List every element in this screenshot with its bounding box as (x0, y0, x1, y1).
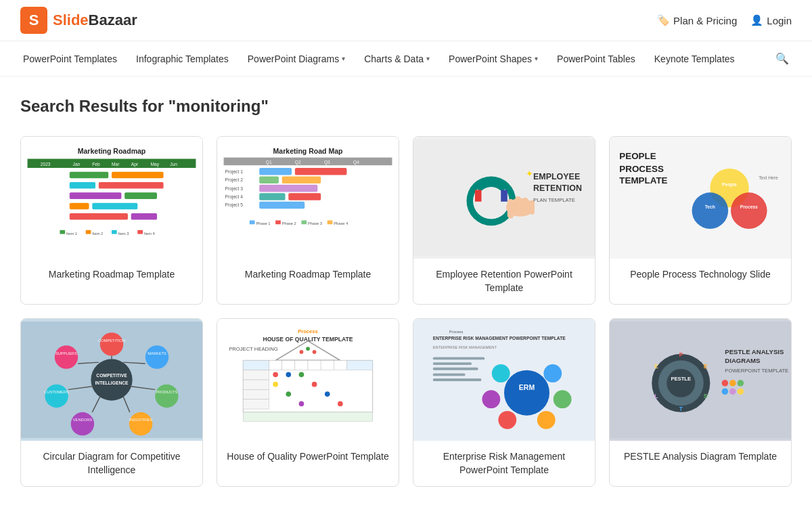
svg-rect-117 (282, 360, 295, 370)
search-icon[interactable]: 🔍 (766, 41, 798, 76)
card-label: Circular Diagram for Competitive Intelli… (21, 441, 202, 486)
svg-point-125 (286, 372, 291, 378)
svg-rect-151 (433, 368, 478, 370)
card-marketing-roadmap-2[interactable]: Marketing Road Map Q1 Q2 Q3 Q4 Project 1… (217, 136, 399, 305)
svg-text:Jan: Jan (73, 162, 81, 167)
svg-text:E: E (654, 363, 658, 370)
svg-point-170 (738, 380, 744, 387)
svg-text:VENDORS: VENDORS (73, 418, 93, 422)
svg-text:Phase 1: Phase 1 (256, 221, 270, 225)
svg-text:ERM: ERM (519, 384, 535, 392)
svg-point-171 (722, 389, 729, 395)
main-nav: PowerPoint Templates Infographic Templat… (0, 41, 812, 77)
svg-text:Jun: Jun (170, 162, 177, 167)
svg-rect-42 (259, 185, 317, 192)
logo[interactable]: S SlideBazaar (20, 7, 137, 34)
svg-rect-63 (515, 196, 521, 215)
card-employee-retention[interactable]: EMPLOYEE RETENTION PLAN TEMPLATE ✦ Emplo… (413, 136, 595, 305)
search-title: Search Results for "monitoring" (20, 97, 792, 116)
login-label: Login (767, 15, 792, 26)
svg-rect-15 (125, 192, 157, 199)
svg-rect-14 (70, 192, 122, 199)
svg-text:People: People (722, 182, 737, 188)
svg-rect-16 (70, 203, 89, 210)
svg-rect-116 (269, 360, 282, 370)
svg-text:PEOPLE: PEOPLE (619, 151, 656, 161)
nav-item-ppt-shapes[interactable]: PowerPoint Shapes ▾ (439, 43, 547, 75)
login-button[interactable]: 👤 Login (750, 14, 792, 26)
svg-point-146 (498, 411, 516, 429)
svg-text:Item 3: Item 3 (118, 232, 129, 236)
svg-rect-49 (275, 221, 281, 225)
logo-text: SlideBazaar (53, 12, 137, 29)
svg-text:Item 1: Item 1 (66, 232, 77, 236)
svg-rect-121 (334, 360, 346, 370)
tag-icon: 🏷️ (657, 14, 670, 26)
svg-text:Q4: Q4 (353, 160, 359, 165)
svg-text:POWERPOINT TEMPLATE: POWERPOINT TEMPLATE (725, 368, 788, 374)
svg-rect-17 (92, 203, 137, 210)
svg-text:P: P (679, 352, 683, 359)
svg-rect-45 (288, 193, 321, 200)
svg-text:E: E (704, 363, 708, 370)
card-enterprise-risk[interactable]: Process ENTERPRISE RISK MANAGEMENT POWER… (413, 318, 595, 487)
svg-text:PROJECT HEADING: PROJECT HEADING (229, 346, 278, 352)
svg-rect-152 (433, 374, 466, 376)
svg-rect-39 (259, 176, 279, 183)
svg-rect-48 (250, 221, 255, 225)
svg-point-145 (537, 411, 556, 429)
plan-pricing-button[interactable]: 🏷️ Plan & Pricing (657, 14, 737, 26)
svg-text:Item 4: Item 4 (144, 232, 156, 236)
svg-point-93 (71, 412, 94, 435)
svg-rect-40 (282, 176, 321, 183)
svg-point-85 (100, 332, 123, 355)
plan-pricing-label: Plan & Pricing (673, 15, 737, 26)
svg-text:Project 5: Project 5 (225, 202, 243, 208)
card-circular-diagram[interactable]: COMPETITIVE INTELLIGENCE COMPETITION MAR… (20, 318, 203, 487)
svg-rect-115 (243, 360, 269, 370)
svg-rect-18 (70, 213, 128, 220)
svg-rect-118 (295, 360, 308, 370)
svg-point-95 (45, 385, 68, 408)
svg-rect-11 (112, 172, 164, 179)
svg-point-131 (286, 391, 291, 397)
card-thumbnail: Marketing Road Map Q1 Q2 Q3 Q4 Project 1… (217, 137, 399, 259)
nav-item-keynote[interactable]: Keynote Templates (645, 43, 744, 75)
svg-text:SUPPLIERS: SUPPLIERS (55, 351, 77, 355)
svg-text:✦: ✦ (526, 169, 533, 179)
svg-text:ENTERPRISE RISK MANAGEMENT POW: ENTERPRISE RISK MANAGEMENT POWERPOINT TE… (433, 336, 566, 341)
svg-rect-127 (243, 380, 269, 389)
svg-text:PRODUCTS: PRODUCTS (156, 390, 177, 394)
svg-text:RETENTION: RETENTION (533, 183, 582, 193)
svg-text:Project 3: Project 3 (225, 186, 243, 192)
svg-text:COMPETITIVE: COMPETITIVE (96, 373, 127, 378)
card-pestle[interactable]: PESTLE P E S T L E PESTLE ANALYSIS DIAGR… (609, 318, 792, 487)
nav-item-ppt-tables[interactable]: PowerPoint Tables (547, 43, 645, 75)
svg-rect-51 (328, 221, 333, 225)
nav-item-ppt-templates[interactable]: PowerPoint Templates (14, 43, 127, 75)
svg-rect-19 (131, 213, 157, 220)
svg-point-168 (722, 380, 729, 387)
card-thumbnail: PESTLE P E S T L E PESTLE ANALYSIS DIAGR… (610, 319, 791, 441)
card-label: People Process Technology Slide (610, 259, 791, 291)
nav-item-charts-data[interactable]: Charts & Data ▾ (355, 43, 439, 75)
svg-point-144 (554, 391, 572, 409)
svg-text:T: T (679, 406, 683, 412)
svg-text:COMPETITION: COMPETITION (98, 339, 125, 343)
svg-rect-149 (433, 357, 485, 360)
svg-point-147 (482, 391, 500, 409)
nav-item-infographic[interactable]: Infographic Templates (127, 43, 238, 75)
card-label: PESTLE Analysis Diagram Template (610, 441, 791, 473)
svg-text:PLAN TEMPLATE: PLAN TEMPLATE (533, 197, 575, 203)
card-people-process[interactable]: PEOPLE PROCESS TEMPLATE People Process T… (609, 136, 792, 305)
svg-text:Q2: Q2 (295, 160, 301, 165)
svg-text:Phase 3: Phase 3 (308, 221, 322, 225)
svg-point-126 (299, 372, 304, 378)
card-house-quality[interactable]: Process HOUSE OF QUALITY TEMPLATE PROJEC… (217, 318, 399, 487)
card-label: Enterprise Risk Management PowerPoint Te… (413, 441, 595, 486)
nav-item-ppt-diagrams[interactable]: PowerPoint Diagrams ▾ (238, 43, 355, 75)
svg-text:INTELLIGENCE: INTELLIGENCE (95, 380, 129, 385)
svg-rect-130 (243, 390, 269, 399)
svg-rect-122 (346, 360, 372, 370)
card-marketing-roadmap-1[interactable]: Marketing Roadmap 2023 Jan Feb Mar Apr M… (20, 136, 203, 305)
